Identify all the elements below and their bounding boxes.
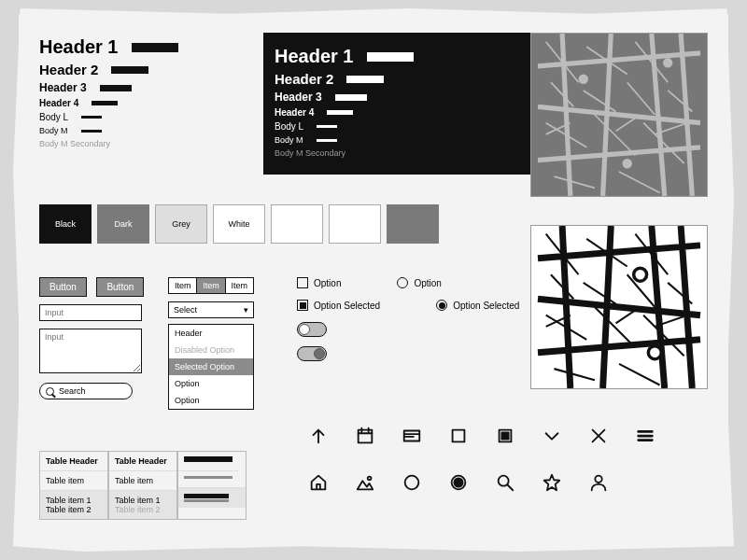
swatch-blank-1[interactable] [271,204,323,244]
bodyms-label: Body M Secondary [39,139,110,148]
swatch-blank-3[interactable] [387,204,439,244]
search-icon [482,462,529,503]
svg-point-6 [648,346,661,359]
menu-icon [622,415,669,456]
map-illustration-dark [530,225,708,389]
search-icon [46,387,54,396]
table-header-1: Table Header [40,452,107,470]
search-placeholder: Search [59,386,86,396]
table-row: Table item 1Table item 2 [109,490,176,519]
swatch-black[interactable]: Black [39,204,92,244]
bodyl-dark-label: Body L [275,121,303,132]
toggle-on[interactable] [297,346,327,361]
circle-icon [388,462,435,503]
icon-grid [295,415,669,503]
select-label: Select [174,305,197,315]
bodyms-dark-label: Body M Secondary [275,148,345,158]
svg-rect-11 [501,432,508,439]
table-row: Table item 1Table item 2 [40,490,107,519]
bodym-label: Body M [39,126,68,135]
user-icon [575,462,622,503]
textarea-input[interactable] [39,329,142,373]
table-row: Table item [40,470,107,490]
image-icon [342,462,388,503]
list-selected[interactable]: Selected Option [169,358,253,375]
primary-button[interactable]: Button [39,277,87,297]
table-row [178,470,238,483]
svg-point-17 [595,476,601,483]
checkbox-checked[interactable]: Option Selected [297,300,380,311]
swatch-blank-2[interactable] [329,204,381,244]
h4-dark-label: Header 4 [275,107,314,118]
styleguide-sheet: Header 1 Header 2 Header 3 Header 4 Body… [19,14,728,546]
svg-rect-9 [453,430,465,442]
tab-3[interactable]: Item [226,277,254,294]
swatch-white[interactable]: White [213,204,265,244]
close-icon [575,415,622,456]
map-illustration-light [530,33,708,197]
svg-point-3 [622,159,631,168]
typography-dark: Header 1 Header 2 Header 3 Header 4 Body… [263,33,532,175]
h2-label: Header 2 [39,62,98,77]
table-row [178,487,246,508]
list-header: Header [169,325,253,342]
star-icon [529,462,575,503]
radio-unchecked[interactable]: Option [397,277,441,288]
h4-label: Header 4 [39,98,78,108]
h3-dark-label: Header 3 [275,91,322,104]
svg-point-13 [405,476,419,490]
swatch-grey[interactable]: Grey [155,204,207,244]
chevron-down-icon [529,415,575,456]
segmented-tabs: Item Item Item [168,277,254,294]
form-controls: Button Button Search [39,277,149,399]
svg-rect-7 [359,430,373,443]
table-example: Table Header Table item Table item 1Tabl… [39,451,247,520]
svg-point-2 [663,58,672,67]
tab-1[interactable]: Item [168,277,197,294]
radio-checked[interactable]: Option Selected [436,300,519,311]
svg-point-1 [579,75,588,84]
bodyl-label: Body L [39,112,68,122]
list-controls: Item Item Item Select ▾ Header Disabled … [168,277,254,410]
svg-point-12 [368,477,372,481]
search-input[interactable]: Search [39,383,133,399]
text-input[interactable] [39,304,142,321]
option-controls: Option Option Option Selected Option Sel… [297,277,519,361]
toggle-off[interactable] [297,322,327,337]
tab-2[interactable]: Item [197,277,225,294]
list-disabled: Disabled Option [169,342,253,358]
table-header-2: Table Header [109,452,176,470]
secondary-button[interactable]: Button [96,277,144,297]
select-dropdown[interactable]: Select ▾ [168,301,254,318]
chevron-down-icon: ▾ [244,305,248,315]
table-header-3 [178,452,238,467]
swatch-dark[interactable]: Dark [97,204,149,244]
circle-filled-icon [435,462,482,503]
checkbox-unchecked[interactable]: Option [297,277,341,288]
home-icon [295,462,342,503]
square-filled-icon [482,415,529,456]
list-option-1[interactable]: Option [169,375,253,392]
h3-label: Header 3 [39,81,87,94]
color-swatches: Black Dark Grey White [39,204,439,244]
arrow-up-icon [295,415,342,456]
svg-point-15 [454,478,462,486]
h1-label: Header 1 [39,36,119,58]
typography-light: Header 1 Header 2 Header 3 Header 4 Body… [39,33,254,152]
square-icon [435,415,482,456]
calendar-icon [342,415,388,456]
card-icon [388,415,435,456]
svg-point-16 [499,476,509,486]
list-option-2[interactable]: Option [169,392,253,409]
table-row: Table item [109,470,176,490]
bodym-dark-label: Body M [275,135,303,145]
svg-point-5 [634,268,647,281]
h1-dark-label: Header 1 [275,46,354,67]
option-list: Header Disabled Option Selected Option O… [168,324,254,410]
h2-dark-label: Header 2 [275,71,333,87]
